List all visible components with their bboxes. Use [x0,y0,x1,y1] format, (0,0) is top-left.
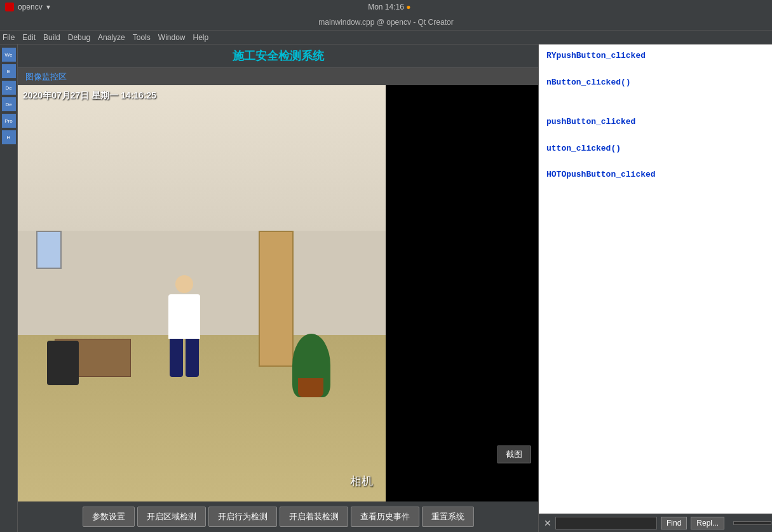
sidebar-btn-de2[interactable]: De [2,97,16,111]
sidebar-btn-de1[interactable]: De [2,81,16,95]
top-bar: opencv ▾ Mon 14:16 ● [0,0,772,14]
menu-file[interactable]: File [3,33,15,42]
params-btn[interactable]: 参数设置 [83,507,135,527]
code-line-7 [546,129,764,142]
room-door [259,231,294,367]
main-layout: We E De De Pro H 施工安全检测系统 图像监控区 2020年07月… [0,44,772,532]
menu-help[interactable]: Help [193,33,209,42]
code-line-2 [546,63,764,76]
find-close-btn[interactable]: ✕ [544,518,552,528]
app-window: 施工安全检测系统 图像监控区 2020年07月27日 星期一 14:16:25 [18,44,539,532]
room-plant-pot [298,378,323,397]
sidebar-btn-pro[interactable]: Pro [2,114,16,128]
dropdown-arrow[interactable]: ▾ [46,3,50,11]
code-line-3: nButton_clicked() [546,76,764,90]
menu-tools[interactable]: Tools [133,33,151,42]
person-leg-left [170,339,183,377]
room-chair [47,341,79,385]
camera-feed-display: 相机 [18,85,386,501]
window-title: mainwindow.cpp @ opencv - Qt Creator [318,18,453,27]
app-title-bar: 施工安全检测系统 [18,44,538,68]
indicator-dot: ● [406,3,410,11]
behavior-detect-btn[interactable]: 开启行为检测 [208,507,277,527]
video-timestamp: 2020年07月27日 星期一 14:16:25 [23,90,156,102]
menu-analyze[interactable]: Analyze [98,33,125,42]
reset-btn[interactable]: 重置系统 [422,507,474,527]
code-line-8: utton_clicked() [546,142,764,156]
app-nav: 图像监控区 [18,68,538,85]
menu-debug[interactable]: Debug [68,33,90,42]
code-text-1: RYpushButton_clicked [546,51,646,60]
code-line-1: RYpushButton_clicked [546,50,764,63]
code-line-6: pushButton_clicked [546,116,764,129]
person-head [175,275,193,293]
replace-button[interactable]: Repl... [691,517,724,529]
code-line-9 [546,155,764,168]
datetime-display: Mon 14:16 ● [368,3,410,11]
sidebar-btn-e[interactable]: E [2,64,16,78]
zoom-controls: + − [733,517,772,529]
person-legs [168,339,200,377]
sidebar-btn-h[interactable]: H [2,130,16,144]
code-editor[interactable]: RYpushButton_clicked nButton_clicked() p… [539,44,772,514]
code-text-10: HOTOpushButton_clicked [546,170,656,179]
left-sidebar: We E De De Pro H [0,44,18,532]
menu-bar: File Edit Build Debug Analyze Tools Wind… [0,31,772,44]
datetime-text: Mon 14:16 [368,3,404,11]
code-text-3: nButton_clicked() [546,78,631,87]
opencv-logo-icon [5,3,14,11]
code-text-8: utton_clicked() [546,144,621,153]
camera-feed-left: 2020年07月27日 星期一 14:16:25 [18,85,386,501]
menu-build[interactable]: Build [43,33,60,42]
zoom-value-display [733,521,771,525]
code-text-6: pushButton_clicked [546,117,635,126]
person-leg-right [186,339,199,377]
code-panel: RYpushButton_clicked nButton_clicked() p… [539,44,772,532]
top-bar-left: opencv ▾ [5,3,50,11]
find-bar: ✕ Find Repl... + − [539,514,772,532]
area-detect-btn[interactable]: 开启区域检测 [137,507,206,527]
app-buttons-bar: 参数设置 开启区域检测 开启行为检测 开启着装检测 查看历史事件 重置系统 [18,501,538,532]
find-button[interactable]: Find [661,517,687,529]
history-events-btn[interactable]: 查看历史事件 [351,507,419,527]
code-line-4 [546,89,764,102]
room-ceiling [18,85,386,231]
camera-label: 相机 [350,474,373,489]
room-window [36,231,62,269]
person-body [168,294,200,339]
find-input[interactable] [555,517,657,529]
app-name[interactable]: opencv [18,3,43,11]
screenshot-button[interactable]: 截图 [498,446,531,463]
camera-feed-right: 截图 [386,85,538,501]
title-bar: mainwindow.cpp @ opencv - Qt Creator [0,14,772,31]
app-title: 施工安全检测系统 [233,50,324,62]
video-area: 2020年07月27日 星期一 14:16:25 [18,85,538,501]
outfit-detect-btn[interactable]: 开启着装检测 [280,507,348,527]
menu-window[interactable]: Window [158,33,186,42]
nav-link-monitor[interactable]: 图像监控区 [25,72,67,81]
menu-edit[interactable]: Edit [22,33,36,42]
code-line-10: HOTOpushButton_clicked [546,168,764,182]
sidebar-btn-we[interactable]: We [2,48,16,62]
person-figure [165,275,203,377]
code-line-5 [546,102,764,116]
